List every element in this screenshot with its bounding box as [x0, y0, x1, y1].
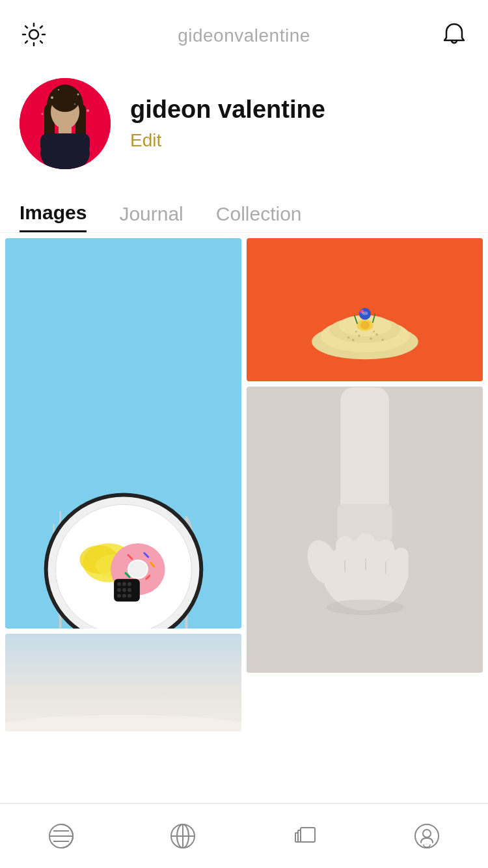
image-rice[interactable]	[247, 238, 483, 381]
svg-point-59	[381, 339, 384, 342]
nav-filter[interactable]	[35, 810, 87, 862]
svg-point-11	[77, 94, 79, 96]
svg-point-94	[415, 824, 439, 848]
svg-rect-91	[301, 828, 315, 842]
profile-info: gideon valentine Edit	[130, 96, 325, 151]
svg-point-55	[352, 339, 355, 342]
svg-point-44	[117, 594, 121, 598]
svg-point-14	[58, 89, 59, 90]
svg-point-67	[362, 312, 368, 315]
svg-point-56	[358, 334, 360, 337]
header: gideonvalentine	[0, 0, 488, 59]
gear-icon[interactable]	[20, 20, 48, 51]
svg-point-15	[74, 103, 75, 105]
svg-point-39	[122, 582, 126, 586]
svg-point-62	[373, 331, 375, 332]
svg-rect-9	[40, 133, 90, 153]
svg-point-31	[129, 561, 147, 578]
profile-section: gideon valentine Edit	[0, 59, 488, 182]
edit-link[interactable]: Edit	[130, 130, 325, 151]
svg-point-57	[370, 338, 372, 340]
svg-point-82	[326, 599, 403, 615]
svg-point-40	[128, 582, 131, 586]
grid-col-right	[247, 238, 483, 731]
svg-rect-77	[377, 539, 394, 584]
svg-point-46	[128, 594, 131, 598]
svg-rect-75	[336, 536, 354, 582]
nav-profile[interactable]	[401, 810, 453, 862]
svg-point-8	[51, 88, 79, 112]
svg-point-60	[355, 331, 357, 332]
svg-point-95	[423, 830, 431, 837]
tab-collection[interactable]: Collection	[216, 197, 302, 232]
grid-col-left	[5, 238, 241, 731]
svg-point-13	[87, 109, 89, 112]
bell-icon[interactable]	[440, 20, 468, 51]
image-hand[interactable]	[247, 387, 483, 673]
svg-point-42	[122, 588, 126, 592]
tab-journal[interactable]: Journal	[119, 197, 183, 232]
tab-images[interactable]: Images	[20, 195, 87, 232]
image-sky[interactable]	[5, 634, 241, 731]
nav-explore[interactable]	[157, 810, 209, 862]
svg-rect-78	[394, 548, 409, 584]
bottom-nav	[0, 803, 488, 868]
image-plate[interactable]	[5, 238, 241, 629]
svg-point-10	[51, 96, 53, 99]
svg-point-0	[29, 30, 38, 39]
svg-point-54	[347, 336, 350, 339]
svg-point-41	[117, 588, 121, 592]
svg-point-12	[42, 113, 44, 115]
avatar	[20, 78, 111, 169]
svg-rect-76	[357, 533, 375, 582]
svg-point-58	[375, 333, 378, 336]
svg-point-64	[360, 321, 370, 329]
svg-point-45	[122, 594, 126, 598]
svg-point-38	[117, 582, 121, 586]
svg-point-43	[128, 588, 131, 592]
svg-rect-93	[295, 833, 298, 842]
profile-name: gideon valentine	[130, 96, 325, 124]
header-title: gideonvalentine	[178, 25, 310, 46]
image-grid	[0, 233, 488, 737]
nav-collections[interactable]	[279, 810, 331, 862]
tab-bar: Images Journal Collection	[0, 182, 488, 233]
